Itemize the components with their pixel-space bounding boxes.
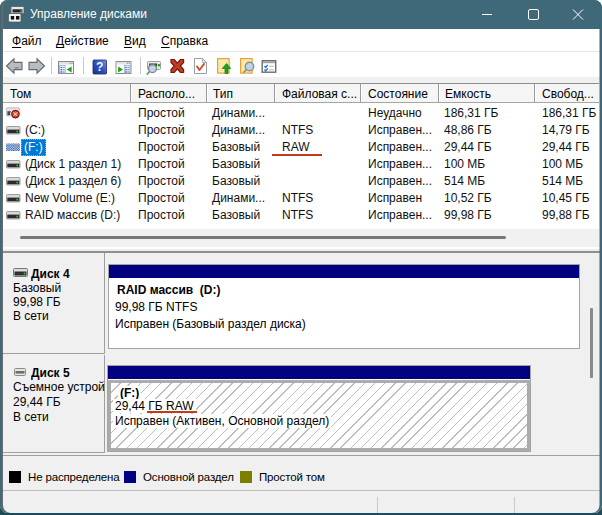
svg-text:?: ? [96, 60, 103, 74]
